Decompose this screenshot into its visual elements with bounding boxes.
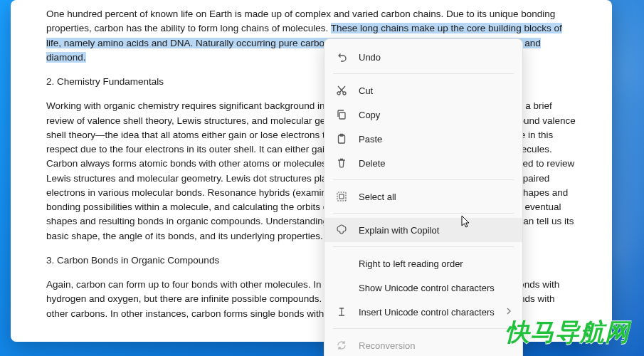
menu-show-unicode-label: Show Unicode control characters bbox=[359, 283, 512, 293]
menu-delete[interactable]: Delete bbox=[324, 151, 522, 175]
menu-paste[interactable]: Paste bbox=[324, 127, 522, 151]
paste-icon bbox=[334, 132, 349, 146]
menu-separator bbox=[333, 246, 514, 247]
menu-copy[interactable]: Copy bbox=[324, 103, 522, 127]
copy-icon bbox=[334, 108, 349, 122]
select-all-icon bbox=[334, 189, 349, 204]
delete-icon bbox=[334, 156, 349, 170]
undo-icon bbox=[334, 50, 349, 64]
menu-cut[interactable]: Cut bbox=[324, 78, 522, 103]
reconversion-icon bbox=[334, 338, 349, 352]
menu-insert-unicode-label: Insert Unicode control characters bbox=[359, 307, 501, 318]
menu-insert-unicode[interactable]: Insert Unicode control characters bbox=[324, 300, 522, 324]
svg-point-1 bbox=[343, 92, 346, 95]
menu-reconversion-label: Reconversion bbox=[359, 340, 512, 351]
menu-rtl-order[interactable]: Right to left reading order bbox=[324, 251, 522, 276]
menu-rtl-label: Right to left reading order bbox=[359, 258, 512, 269]
menu-delete-label: Delete bbox=[359, 158, 512, 169]
svg-rect-5 bbox=[337, 192, 346, 201]
context-menu: Undo Cut Copy Paste Delete Select all bbox=[324, 38, 523, 356]
menu-separator bbox=[333, 213, 514, 214]
menu-select-all[interactable]: Select all bbox=[324, 184, 522, 209]
menu-reconversion: Reconversion bbox=[324, 333, 522, 356]
menu-separator bbox=[333, 179, 514, 180]
menu-explain-copilot[interactable]: Explain with Copilot bbox=[324, 218, 522, 242]
menu-separator bbox=[333, 73, 514, 74]
cut-icon bbox=[334, 83, 349, 98]
menu-paste-label: Paste bbox=[359, 134, 512, 145]
menu-cut-label: Cut bbox=[359, 85, 512, 96]
menu-select-all-label: Select all bbox=[359, 192, 512, 202]
svg-rect-6 bbox=[339, 194, 344, 199]
svg-point-0 bbox=[337, 92, 340, 95]
menu-show-unicode[interactable]: Show Unicode control characters bbox=[324, 276, 522, 300]
menu-undo[interactable]: Undo bbox=[324, 45, 522, 69]
svg-rect-2 bbox=[339, 112, 345, 119]
menu-undo-label: Undo bbox=[359, 52, 512, 63]
menu-separator bbox=[333, 328, 514, 329]
copilot-icon bbox=[334, 223, 349, 237]
chevron-right-icon bbox=[505, 307, 512, 317]
menu-explain-copilot-label: Explain with Copilot bbox=[359, 225, 512, 236]
text-icon bbox=[334, 305, 349, 319]
menu-copy-label: Copy bbox=[359, 110, 512, 120]
